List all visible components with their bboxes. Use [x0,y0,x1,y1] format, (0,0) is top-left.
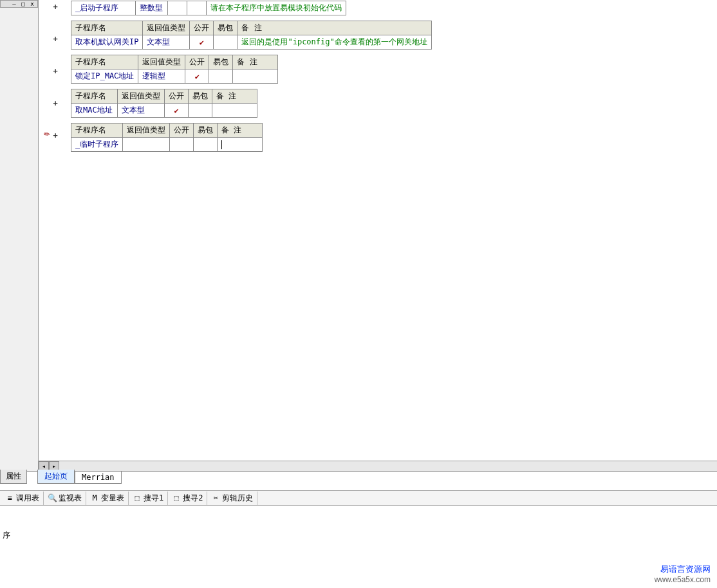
pkg-cell[interactable] [189,104,212,118]
public-cell[interactable] [168,1,187,15]
subroutine-table[interactable]: 子程序名 返回值类型 公开 易包 备 注 取MAC地址 文本型 ✔ [71,89,257,118]
status-text: 序 [3,531,10,540]
gutter: + + + + ✎ + [39,0,70,463]
scroll-track[interactable] [59,461,717,471]
panel-titlebar: ― □ x [0,0,38,8]
return-type-cell[interactable]: 整数型 [136,1,168,15]
public-cell[interactable]: ✔ [185,69,209,84]
tool-label: 调用表 [16,493,39,504]
note-cell[interactable] [218,138,263,152]
list-icon: ≡ [5,493,14,502]
search-icon: 🔍 [48,493,57,502]
subroutine-table[interactable]: 子程序名 返回值类型 公开 易包 备 注 取本机默认网关IP 文本型 ✔ 返回的… [71,21,432,50]
return-type-cell[interactable]: 文本型 [118,104,165,118]
tool-var-table[interactable]: M变量表 [86,492,129,505]
sub-name-cell[interactable]: 锁定IP_MAC地址 [71,69,138,84]
watermark-title: 易语言资源网 [655,564,711,575]
col-ret-header: 返回值类型 [123,124,170,138]
col-name-header: 子程序名 [71,55,138,69]
col-ret-header: 返回值类型 [118,89,165,104]
subroutine-row[interactable]: _启动子程序 整数型 请在本子程序中放置易模块初始化代码 [71,1,346,15]
col-note-header: 备 注 [218,124,263,138]
maximize-icon[interactable]: □ [19,1,27,7]
tool-label: 剪辑历史 [222,493,253,504]
note-cell[interactable] [212,104,257,118]
expand-icon[interactable]: + [49,99,62,108]
glasses-icon: M [90,493,99,502]
col-ret-header: 返回值类型 [143,21,190,35]
note-cell[interactable]: 返回的是使用"ipconfig"命令查看的第一个网关地址 [237,35,431,50]
col-pkg-header: 易包 [214,21,237,35]
col-name-header: 子程序名 [71,21,143,35]
sub-name-cell[interactable]: 取本机默认网关IP [71,35,143,50]
tool-clip-history[interactable]: ✂剪辑历史 [207,492,257,505]
tool-label: 监视表 [59,493,82,504]
pkg-cell[interactable] [209,69,233,84]
expand-icon[interactable]: + [49,3,62,12]
public-cell[interactable]: ✔ [190,35,214,50]
tool-call-table[interactable]: ≡调用表 [1,492,44,505]
watermark-url: www.e5a5x.com [655,575,711,584]
sub-name-cell[interactable]: 取MAC地址 [71,104,118,118]
col-pub-header: 公开 [190,21,214,35]
note-cell[interactable]: 请在本子程序中放置易模块初始化代码 [207,1,346,15]
tool-label: 搜寻2 [183,493,203,504]
tool-bar: ≡调用表 🔍监视表 M变量表 ⬚搜寻1 ⬚搜寻2 ✂剪辑历史 [0,490,717,506]
close-icon[interactable]: x [28,1,36,7]
horizontal-scrollbar[interactable]: ◂ ▸ [39,461,717,471]
watermark: 易语言资源网 www.e5a5x.com [655,564,711,584]
public-cell[interactable]: ✔ [165,104,189,118]
col-pub-header: 公开 [165,89,189,104]
return-type-cell[interactable] [123,138,170,152]
col-pkg-header: 易包 [194,124,218,138]
pkg-cell[interactable] [214,35,237,50]
col-name-header: 子程序名 [71,89,118,104]
return-type-cell[interactable]: 文本型 [143,35,190,50]
clipboard-icon: ✂ [211,493,220,502]
col-pkg-header: 易包 [189,89,212,104]
tab-merrian[interactable]: Merrian [75,472,122,484]
tab-bar: 属性 起始页 Merrian [0,471,717,484]
tab-properties[interactable]: 属性 [0,470,27,484]
tool-watch-table[interactable]: 🔍监视表 [44,492,86,505]
find-icon: ⬚ [133,493,142,502]
col-note-header: 备 注 [233,55,278,69]
side-panel: ― □ x [0,0,39,473]
sub-name-cell[interactable]: _启动子程序 [71,1,136,15]
expand-icon[interactable]: + [49,67,62,76]
col-pkg-header: 易包 [209,55,233,69]
text-cursor [221,140,222,149]
status-bar: 序 [0,528,717,544]
subroutine-table[interactable]: 子程序名 返回值类型 公开 易包 备 注 _临时子程序 [71,123,263,152]
editor-content: _启动子程序 整数型 请在本子程序中放置易模块初始化代码 子程序名 返回值类型 … [71,0,432,157]
col-pub-header: 公开 [170,124,194,138]
col-note-header: 备 注 [212,89,257,104]
note-cell[interactable] [233,69,278,84]
public-cell[interactable] [170,138,194,152]
find-icon: ⬚ [172,493,181,502]
col-name-header: 子程序名 [71,124,123,138]
col-pub-header: 公开 [185,55,209,69]
pkg-cell[interactable] [187,1,207,15]
minimize-icon[interactable]: ― [10,1,18,7]
pkg-cell[interactable] [194,138,218,152]
tool-label: 变量表 [101,493,124,504]
tool-label: 搜寻1 [144,493,163,504]
sub-name-cell[interactable]: _临时子程序 [71,138,123,152]
expand-icon[interactable]: + [49,131,62,140]
tab-start-page[interactable]: 起始页 [37,470,75,484]
col-ret-header: 返回值类型 [138,55,185,69]
col-note-header: 备 注 [237,21,431,35]
return-type-cell[interactable]: 逻辑型 [138,69,185,84]
tool-search2[interactable]: ⬚搜寻2 [168,492,207,505]
subroutine-table[interactable]: 子程序名 返回值类型 公开 易包 备 注 锁定IP_MAC地址 逻辑型 ✔ [71,55,278,84]
expand-icon[interactable]: + [49,35,62,44]
code-editor[interactable]: + + + + ✎ + _启动子程序 整数型 请在本子程序中放置易模块初始化代码… [39,0,717,471]
tool-search1[interactable]: ⬚搜寻1 [129,492,168,505]
